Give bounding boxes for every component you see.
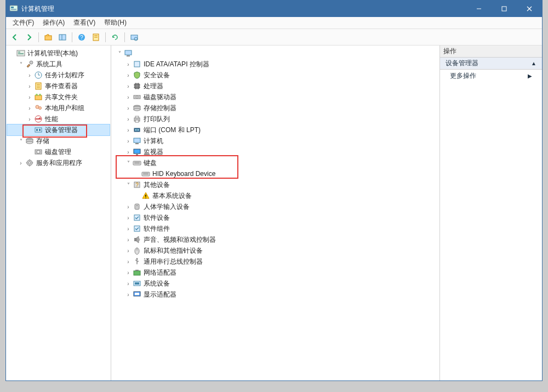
titlebar[interactable]: 计算机管理: [6, 1, 542, 17]
tree-item-label: 系统工具: [36, 60, 62, 69]
actions-more[interactable]: 更多操作 ▶: [440, 70, 542, 82]
expand-toggle[interactable]: ›: [124, 269, 132, 276]
close-button[interactable]: [517, 1, 542, 17]
tree-item[interactable]: ›事件查看器: [7, 81, 110, 92]
expand-toggle[interactable]: ›: [26, 93, 33, 101]
ide-icon: [133, 60, 141, 69]
expand-toggle[interactable]: ›: [124, 258, 132, 265]
tree-item[interactable]: 计算机管理(本地): [7, 48, 110, 59]
net-icon: [133, 268, 141, 277]
tree-item[interactable]: ›显示适配器: [112, 289, 438, 300]
toolbar: ?: [6, 29, 542, 46]
tree-item-label: 声音、视频和游戏控制器: [144, 235, 216, 245]
help-button[interactable]: ?: [75, 31, 88, 44]
menu-view[interactable]: 查看(V): [69, 17, 100, 29]
expand-toggle[interactable]: ›: [124, 280, 132, 287]
tree-item[interactable]: ›鼠标和其他指针设备: [112, 245, 438, 256]
expand-toggle[interactable]: ›: [124, 126, 132, 134]
tree-item[interactable]: ›性能: [7, 113, 110, 124]
expand-toggle[interactable]: ˅: [17, 60, 25, 68]
tree-item[interactable]: ˅存储: [7, 135, 110, 146]
tree-item[interactable]: ›监视器: [112, 146, 438, 157]
scan-hardware-button[interactable]: [128, 31, 141, 44]
expand-toggle[interactable]: ›: [124, 82, 132, 90]
expand-toggle[interactable]: ›: [124, 247, 132, 254]
tree-item-label: 软件设备: [144, 213, 170, 223]
expand-toggle[interactable]: ˅: [124, 159, 132, 167]
tree-item[interactable]: ›人体学输入设备: [112, 201, 438, 212]
tree-item[interactable]: ›服务和应用程序: [7, 157, 110, 168]
expand-toggle[interactable]: ›: [26, 115, 33, 123]
expand-toggle[interactable]: ›: [26, 82, 33, 90]
tree-item[interactable]: ˅: [112, 48, 438, 59]
actions-section[interactable]: 设备管理器 ▲: [440, 58, 542, 70]
tree-item[interactable]: ›打印队列: [112, 113, 438, 124]
expand-toggle[interactable]: ˅: [17, 137, 25, 145]
tree-item[interactable]: ›本地用户和组: [7, 103, 110, 113]
expand-toggle[interactable]: ›: [124, 236, 132, 243]
expand-toggle[interactable]: ›: [26, 71, 33, 79]
tree-item-label: 软件组件: [144, 224, 170, 234]
refresh-button[interactable]: [109, 31, 122, 44]
tree-item[interactable]: ›系统设备: [112, 278, 438, 289]
menu-action[interactable]: 操作(A): [38, 17, 69, 29]
expand-toggle[interactable]: ›: [124, 148, 132, 156]
forward-button[interactable]: [22, 31, 36, 44]
expand-toggle: [133, 192, 141, 200]
tree-item[interactable]: ›安全设备: [112, 70, 438, 81]
expand-toggle[interactable]: ›: [124, 203, 132, 211]
expand-toggle[interactable]: ›: [124, 71, 132, 79]
device-tree-pane[interactable]: ˅›IDE ATA/ATAPI 控制器›安全设备›处理器›磁盘驱动器›存储控制器…: [111, 46, 440, 380]
expand-toggle[interactable]: ›: [124, 137, 132, 145]
minimize-button[interactable]: [466, 1, 492, 17]
svg-rect-8: [59, 35, 66, 40]
expand-toggle[interactable]: ›: [124, 93, 132, 101]
maximize-button[interactable]: [492, 1, 517, 17]
tree-item[interactable]: ›软件组件: [112, 223, 438, 234]
expand-toggle[interactable]: ›: [26, 104, 33, 112]
tree-item[interactable]: ›计算机: [112, 135, 438, 146]
tree-item[interactable]: ˅键盘: [112, 157, 438, 168]
tree-item[interactable]: ›网络适配器: [112, 267, 438, 278]
svg-rect-7: [45, 36, 52, 40]
expand-toggle[interactable]: ›: [124, 60, 132, 68]
tree-item[interactable]: ›软件设备: [112, 212, 438, 223]
expand-toggle[interactable]: ›: [124, 104, 132, 112]
tree-item[interactable]: ›处理器: [112, 81, 438, 92]
tree-item[interactable]: ›共享文件夹: [7, 92, 110, 103]
expand-toggle[interactable]: ›: [17, 159, 25, 167]
expand-toggle[interactable]: ˅: [124, 181, 132, 189]
tree-item[interactable]: ›声音、视频和游戏控制器: [112, 234, 438, 245]
tree-item[interactable]: ˅系统工具: [7, 59, 110, 70]
show-hide-tree-button[interactable]: [56, 31, 69, 44]
tree-item-label: 磁盘驱动器: [144, 93, 176, 102]
menu-help[interactable]: 帮助(H): [100, 17, 131, 29]
tree-item-label: 本地用户和组: [45, 104, 84, 113]
tree-item[interactable]: 设备管理器: [7, 124, 110, 135]
properties-button[interactable]: [89, 31, 102, 44]
tree-item[interactable]: 磁盘管理: [7, 146, 110, 157]
up-folder-button[interactable]: [42, 31, 55, 44]
tree-item[interactable]: ˅其他设备: [112, 179, 438, 190]
storage-icon: [25, 137, 34, 145]
tree-item[interactable]: ›任务计划程序: [7, 70, 110, 81]
tree-item[interactable]: 基本系统设备: [112, 190, 438, 201]
expand-toggle[interactable]: ›: [124, 115, 132, 123]
print-icon: [133, 115, 141, 123]
left-tree-pane[interactable]: 计算机管理(本地)˅系统工具›任务计划程序›事件查看器›共享文件夹›本地用户和组…: [6, 46, 111, 380]
back-button[interactable]: [8, 31, 21, 44]
expand-toggle[interactable]: ˅: [116, 49, 123, 57]
tree-item[interactable]: ›IDE ATA/ATAPI 控制器: [112, 59, 438, 70]
expand-toggle[interactable]: ›: [124, 214, 132, 221]
tree-item[interactable]: HID Keyboard Device: [112, 168, 438, 179]
tree-item-label: 计算机: [144, 137, 163, 146]
expand-toggle[interactable]: ›: [124, 225, 132, 232]
tree-item[interactable]: ›磁盘驱动器: [112, 92, 438, 103]
menu-file[interactable]: 文件(F): [8, 17, 38, 29]
tree-item[interactable]: ›存储控制器: [112, 103, 438, 113]
toolbar-separator: [72, 32, 72, 42]
tree-item[interactable]: ›端口 (COM 和 LPT): [112, 124, 438, 135]
tree-item[interactable]: ›通用串行总线控制器: [112, 256, 438, 267]
tree-item-label: 设备管理器: [45, 126, 78, 135]
expand-toggle[interactable]: ›: [124, 291, 132, 298]
